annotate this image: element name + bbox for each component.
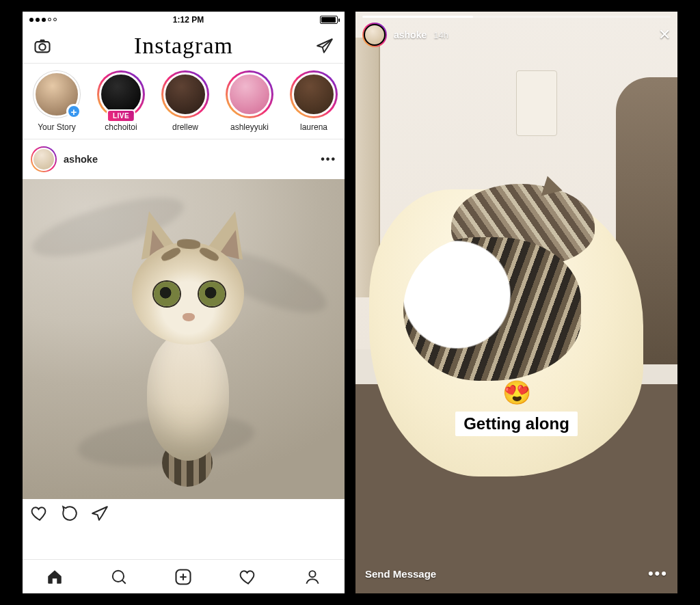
story-label: ashleyyuki (230, 122, 269, 132)
story-header: ashoke 14h ✕ (362, 23, 671, 47)
story-label: chchoitoi (105, 122, 137, 132)
signal-indicator (29, 18, 57, 22)
story-viewer-screen[interactable]: ashoke 14h ✕ 😍 Getting along Send Messag… (355, 12, 677, 593)
stories-tray[interactable]: + Your Story LIVE chchoitoi drellew ashl… (23, 64, 345, 139)
story-your-story[interactable]: + Your Story (31, 70, 83, 132)
story-more-icon[interactable]: ••• (648, 565, 668, 582)
story-image[interactable] (355, 12, 677, 593)
clock: 1:12 PM (173, 15, 204, 25)
close-icon[interactable]: ✕ (658, 26, 671, 44)
post-author-username[interactable]: ashoke (64, 154, 314, 165)
add-story-icon[interactable]: + (66, 104, 81, 119)
like-icon[interactable] (31, 505, 49, 522)
story-item[interactable]: laurena (288, 70, 340, 132)
story-item[interactable]: drellew (159, 70, 211, 132)
story-author-username[interactable]: ashoke (394, 29, 427, 40)
svg-point-2 (112, 570, 123, 581)
story-label: drellew (172, 122, 198, 132)
kitten-illustration (23, 179, 345, 499)
post-author-avatar[interactable] (31, 146, 57, 172)
svg-point-4 (310, 571, 316, 577)
tab-home-icon[interactable] (46, 568, 64, 586)
tab-search-icon[interactable] (110, 568, 128, 586)
post-image[interactable] (23, 179, 345, 499)
story-progress (362, 16, 671, 18)
comment-icon[interactable] (61, 505, 79, 522)
camera-icon[interactable] (32, 36, 53, 56)
story-item[interactable]: ashleyyuki (224, 70, 275, 132)
story-footer: Send Message ••• (365, 565, 668, 582)
send-message-input[interactable]: Send Message (365, 568, 648, 580)
post-header: ashoke ••• (23, 139, 345, 179)
direct-message-icon[interactable] (314, 36, 335, 56)
story-author-avatar[interactable] (362, 23, 387, 47)
brand-logo: Instagram (134, 33, 233, 59)
feed-screen: 1:12 PM Instagram (23, 12, 345, 593)
tab-activity-icon[interactable] (239, 568, 257, 586)
live-badge: LIVE (107, 109, 135, 122)
app-header: Instagram (23, 28, 345, 64)
story-timestamp: 14h (433, 30, 448, 40)
story-caption-block: 😍 Getting along (355, 379, 677, 436)
tab-profile-icon[interactable] (304, 568, 321, 586)
story-item[interactable]: LIVE chchoitoi (95, 70, 147, 132)
status-bar: 1:12 PM (23, 12, 345, 28)
battery-indicator (320, 16, 338, 24)
story-caption: Getting along (455, 412, 578, 436)
story-label: laurena (300, 122, 327, 132)
post-more-icon[interactable]: ••• (321, 153, 336, 165)
tab-create-icon[interactable] (174, 567, 193, 587)
share-icon[interactable] (91, 505, 109, 522)
heart-eyes-emoji-icon: 😍 (502, 379, 531, 406)
svg-point-1 (39, 44, 45, 50)
story-label: Your Story (38, 122, 76, 132)
tab-bar (23, 559, 345, 593)
post-actions (23, 499, 345, 522)
stage: 1:12 PM Instagram (0, 0, 700, 605)
